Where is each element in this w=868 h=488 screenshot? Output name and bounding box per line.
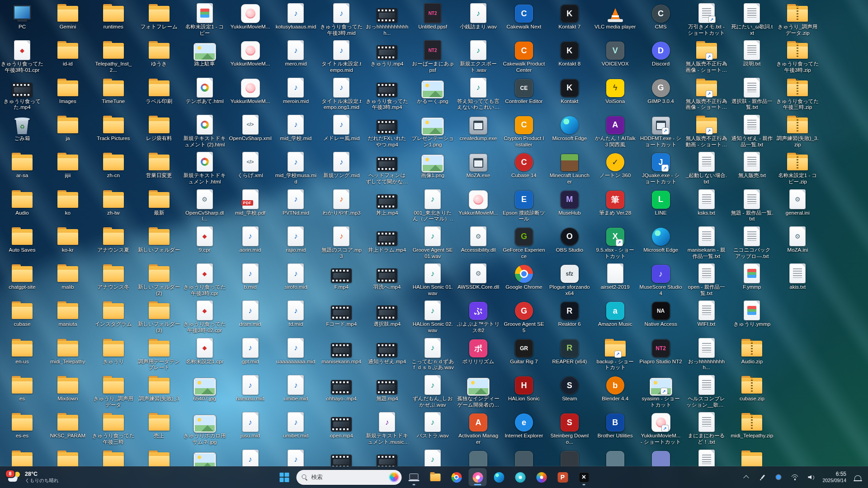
desktop-icon[interactable]: ポポリリリズム bbox=[457, 337, 500, 365]
desktop-icon[interactable]: 丼上.mp4 bbox=[365, 188, 409, 216]
desktop-icon[interactable]: ♪Groove Agent SE 01.wav bbox=[411, 225, 454, 260]
desktop-icon[interactable]: 路上駐車 bbox=[183, 39, 226, 67]
taskbar-app-file-explorer[interactable] bbox=[426, 468, 444, 486]
desktop-icon[interactable]: きゅうり食ってた午後三時.zip bbox=[776, 76, 819, 111]
desktop-icon[interactable]: maniuta bbox=[46, 299, 90, 328]
desktop-icon[interactable]: ✓ノートン 360 bbox=[594, 150, 637, 179]
desktop-icon[interactable]: cubase.zip bbox=[730, 374, 774, 402]
desktop-icon[interactable]: 新しいフォルダー (2) bbox=[137, 262, 181, 297]
desktop-icon[interactable]: ja bbox=[46, 113, 90, 142]
desktop-icon[interactable]: ニコニコバックアップロ―.txt bbox=[730, 225, 774, 260]
desktop-icon[interactable]: ♪新規テキストドキュメント.musicxml bbox=[365, 411, 409, 446]
desktop-icon[interactable]: おっhhhhhhhhhhhh... bbox=[365, 2, 409, 37]
desktop-icon[interactable]: eInternet Explorer bbox=[502, 411, 546, 439]
desktop-icon[interactable]: open - 親作品一覧.txt bbox=[685, 262, 728, 297]
desktop-icon[interactable]: EEpson 接続診断ツール bbox=[502, 188, 546, 223]
desktop-icon[interactable]: Microsoft Edge bbox=[548, 113, 591, 142]
desktop-icon[interactable]: CCubase 14 bbox=[502, 150, 546, 179]
desktop-icon[interactable]: GGeForce Experience bbox=[502, 225, 546, 260]
desktop-icon[interactable]: ↗無人販売不正行為 画像 - ショートカット bbox=[685, 76, 728, 111]
desktop-icon[interactable]: ♪mid_学校musa.mid bbox=[274, 150, 317, 185]
desktop-icon[interactable]: ◆9.cpr bbox=[183, 225, 226, 253]
desktop-icon[interactable]: ar-sa bbox=[0, 150, 44, 179]
desktop-icon[interactable]: zh-cn bbox=[92, 150, 135, 179]
desktop-icon[interactable]: ラベル印刷 bbox=[137, 76, 181, 105]
desktop-icon[interactable]: 売上 bbox=[137, 411, 181, 439]
desktop-icon[interactable]: ⚙general.ini bbox=[776, 188, 819, 216]
desktop-icon[interactable]: NT2おーばーまにあ.ppsf bbox=[411, 39, 454, 74]
desktop-icon[interactable]: 無題.mp4 bbox=[365, 374, 409, 402]
desktop-icon[interactable]: きゅうり bbox=[92, 337, 135, 365]
desktop-icon[interactable]: きゅうり食ってた午後3時.mp4 bbox=[365, 76, 409, 111]
desktop-icon[interactable]: ♪mid_学校.mid bbox=[274, 113, 317, 142]
desktop-icon[interactable]: ♪小銭詰まり.wav bbox=[457, 2, 500, 30]
desktop-icon[interactable]: BBrother Utilities bbox=[594, 411, 637, 439]
desktop-icon[interactable]: ♪rajio.mid bbox=[274, 225, 317, 253]
start-button[interactable] bbox=[275, 468, 293, 486]
desktop-icon[interactable]: 無人販売.txt bbox=[730, 150, 774, 179]
desktop-icon[interactable]: Google Chrome bbox=[502, 262, 546, 291]
desktop-icon[interactable]: Audio bbox=[0, 188, 44, 216]
notification-center-button[interactable] bbox=[850, 469, 865, 485]
desktop-icon[interactable]: runtimes bbox=[92, 2, 135, 30]
desktop-icon[interactable]: ♪umibet.mid bbox=[274, 411, 317, 439]
desktop-icon[interactable]: ♪sirofo.mid bbox=[274, 262, 317, 291]
desktop-icon[interactable]: PDFmid_学校.pdf bbox=[229, 188, 272, 216]
desktop-icon[interactable]: 新しいフォルダー (3) bbox=[137, 299, 181, 334]
desktop-icon[interactable]: アナウンス夏 bbox=[92, 225, 135, 253]
desktop-icon[interactable]: 65407.jpg bbox=[183, 374, 226, 402]
desktop-icon[interactable]: かるーく.png bbox=[411, 76, 454, 105]
desktop-icon[interactable]: きゅうり食ってた.mp4 bbox=[0, 76, 44, 111]
taskbar-app-photos[interactable] bbox=[469, 468, 487, 486]
desktop-icon[interactable]: en-us bbox=[0, 337, 44, 365]
volume-button[interactable] bbox=[803, 469, 819, 485]
desktop-icon[interactable]: ↗HDDFMT.exe - ショートカット bbox=[639, 113, 683, 148]
desktop-icon[interactable]: レジ袋有料 bbox=[137, 113, 181, 142]
desktop-icon[interactable]: zh-tw bbox=[92, 188, 135, 216]
desktop-icon[interactable]: Telepathy_Inst_2... bbox=[92, 39, 135, 74]
desktop-icon[interactable]: ♪HALion Sonic 01.wav bbox=[411, 262, 454, 297]
desktop-icon[interactable]: ♪新規エクスポート.wav bbox=[457, 39, 500, 74]
desktop-icon[interactable]: 新規テキストドキュメント.html bbox=[183, 150, 226, 185]
desktop-icon[interactable]: ↗syasinn - ショートカット bbox=[639, 374, 683, 408]
desktop-icon[interactable]: ↗YukkuriMovieM... - ショートカット bbox=[639, 411, 683, 446]
desktop-icon[interactable]: Aかんたん！AITalk 3 関西風 bbox=[594, 113, 637, 148]
desktop-icon[interactable]: OOBS Studio bbox=[548, 225, 591, 253]
desktop-icon[interactable]: aAmazon Music bbox=[594, 299, 637, 328]
desktop-icon[interactable]: きゅうり.mp4 bbox=[365, 39, 409, 67]
desktop-icon[interactable]: MMuseHub bbox=[548, 188, 591, 216]
desktop-icon[interactable]: HHALion Sonic bbox=[502, 374, 546, 402]
desktop-icon[interactable]: テンポあて.html bbox=[183, 76, 226, 105]
desktop-icon[interactable]: Images bbox=[46, 76, 90, 105]
desktop-icon[interactable]: </>OpenCvSharp.xml bbox=[229, 113, 272, 142]
desktop-icon[interactable]: chatgpt-site bbox=[0, 262, 44, 291]
hidden-icons-chevron[interactable] bbox=[738, 469, 754, 485]
desktop-icon[interactable]: X↗9.5.xlsx - ショートカット bbox=[594, 225, 637, 260]
desktop-icon[interactable]: NANative Access bbox=[639, 299, 683, 328]
desktop-icon[interactable]: ♪b.mid bbox=[229, 262, 272, 291]
desktop-icon[interactable]: ⚙MoZA.ini bbox=[776, 225, 819, 253]
desktop-icon[interactable]: Microsoft Edge bbox=[639, 225, 683, 253]
desktop-icon[interactable]: WIFI.txt bbox=[685, 299, 728, 328]
desktop-icon[interactable]: RREAPER (x64) bbox=[548, 337, 591, 365]
desktop-icon[interactable]: _起動しない場合.txt bbox=[685, 150, 728, 185]
desktop-icon[interactable]: ko bbox=[46, 188, 90, 216]
desktop-icon[interactable]: ぷぷよぷよ™テトリス®2 bbox=[457, 299, 500, 334]
desktop-icon[interactable]: ♪jusu.mid bbox=[229, 411, 272, 439]
desktop-icon[interactable]: ♪td.mid bbox=[274, 299, 317, 328]
desktop-icon[interactable]: 筆筆まめ Ver.28 bbox=[594, 188, 637, 216]
desktop-icon[interactable]: ♪aorin.mid bbox=[229, 225, 272, 253]
desktop-icon[interactable]: ♪PVTNd.mid bbox=[274, 188, 317, 216]
desktop-icon[interactable]: ⚙AWSSDK.Core.dll bbox=[457, 262, 500, 291]
desktop-icon[interactable]: PC bbox=[0, 2, 44, 30]
desktop-icon[interactable]: ♪メドレー風.mid bbox=[320, 113, 363, 142]
desktop-icon[interactable]: F.ymmp bbox=[730, 262, 774, 291]
desktop-icon[interactable]: ↗backup - ショートカット bbox=[594, 337, 637, 371]
desktop-icon[interactable]: 通知うぜえ.mp4 bbox=[365, 337, 409, 365]
desktop-icon[interactable]: きゅうりポカロ用サムネ.jpg bbox=[183, 411, 226, 446]
desktop-icon[interactable]: ♪きゅうり食ってた午後3時.mid bbox=[320, 2, 363, 37]
desktop-icon[interactable]: だれだFXいれたやつ.mp4 bbox=[365, 113, 409, 148]
desktop-icon[interactable]: GRGuitar Rig 7 bbox=[502, 337, 546, 365]
taskbar-app-laptop[interactable] bbox=[405, 468, 423, 486]
desktop-icon[interactable]: 説明.txt bbox=[730, 39, 774, 67]
